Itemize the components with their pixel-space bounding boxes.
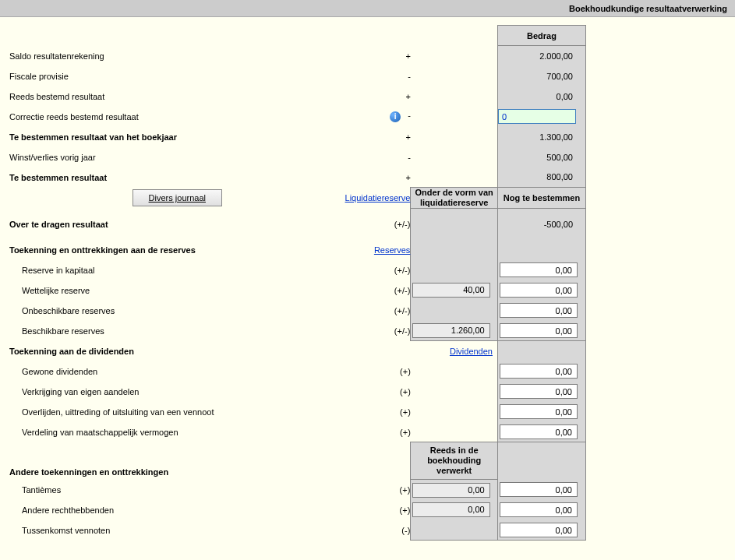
row-fiscale-sign: - [345, 66, 411, 86]
header-nog-bestemmen: Nog te bestemmen [497, 188, 585, 209]
reserve-beschikbare-sign: (+/-) [345, 321, 411, 341]
reserve-onbeschikbare-sign: (+/-) [345, 301, 411, 321]
dividend-verkrijging-input[interactable] [500, 384, 578, 399]
divers-journaal-button[interactable]: Divers journaal [133, 189, 222, 206]
andere-rechth-mid: 0,00 [412, 502, 490, 517]
reserve-wettelijke-mid: 40,00 [412, 283, 490, 298]
section-reserves-label: Toekenning en onttrekkingen aan de reser… [9, 240, 345, 260]
row-over-dragen-label: Over te dragen resultaat [9, 209, 345, 240]
dividend-overlijden-input[interactable] [500, 404, 578, 419]
main-panel: Bedrag Saldo resultatenrekening + 2.000,… [0, 17, 735, 560]
reserve-beschikbare-label: Beschikbare reserves [9, 321, 345, 341]
row-correctie-sign: - [408, 111, 411, 120]
row-te-best-jaar-sign: + [345, 127, 411, 147]
reserve-onbeschikbare-label: Onbeschikbare reserves [9, 301, 345, 321]
header-bedrag: Bedrag [497, 26, 585, 46]
dividend-gewone-label: Gewone dividenden [9, 361, 345, 382]
dividend-gewone-input[interactable] [500, 364, 578, 379]
dividend-verkrijging-label: Verkrijging van eigen aandelen [9, 382, 345, 402]
liquidatiereserve-link[interactable]: Liquidatiereserve [345, 193, 411, 203]
row-correctie-label: Correctie reeds bestemd resultaat [9, 107, 345, 127]
row-fiscale-value: 700,00 [498, 72, 579, 81]
dividenden-link[interactable]: Dividenden [450, 347, 493, 356]
row-winstverlies-label: Winst/verlies vorig jaar [9, 147, 345, 167]
andere-tussenkomst-input[interactable] [500, 523, 578, 537]
header-reeds-verwerkt: Reeds in de boekhouding verwerkt [411, 442, 498, 480]
dividend-verdeling-sign: (+) [345, 422, 411, 442]
row-over-dragen-value: -500,00 [498, 220, 579, 229]
row-saldo-label: Saldo resultatenrekening [9, 46, 345, 66]
row-fiscale-label: Fiscale provisie [9, 66, 345, 86]
andere-tantiemes-label: Tantièmes [9, 480, 345, 500]
titlebar: Boekhoudkundige resultaatverwerking [0, 0, 735, 17]
row-te-best-jaar-label: Te bestemmen resultaat van het boekjaar [9, 127, 345, 147]
dividend-verdeling-label: Verdeling van maatschappelijk vermogen [9, 422, 345, 442]
row-reeds-sign: + [345, 86, 411, 107]
andere-tantiemes-sign: (+) [345, 480, 411, 500]
correctie-input[interactable] [498, 109, 576, 124]
row-saldo-sign: + [345, 46, 411, 66]
row-over-dragen-sign: (+/-) [345, 209, 411, 240]
section-andere-label: Andere toekenningen en onttrekkingen [9, 442, 345, 480]
row-winstverlies-value: 500,00 [498, 153, 579, 162]
section-dividenden-label: Toekenning aan de dividenden [9, 341, 345, 361]
andere-tussenkomst-sign: (-) [345, 520, 411, 541]
reserve-wettelijke-label: Wettelijke reserve [9, 280, 345, 301]
reserve-onbeschikbare-input[interactable] [500, 303, 578, 318]
reserve-wettelijke-sign: (+/-) [345, 280, 411, 301]
andere-tantiemes-input[interactable] [500, 482, 578, 497]
reserves-link[interactable]: Reserves [374, 245, 410, 255]
andere-tussenkomst-label: Tussenkomst vennoten [9, 520, 345, 541]
dividend-verdeling-input[interactable] [500, 424, 578, 439]
andere-rechth-label: Andere rechthebbenden [9, 500, 345, 520]
header-onder-vorm: Onder de vorm van liquidatiereserve [411, 188, 498, 209]
reserve-kapitaal-input[interactable] [500, 262, 578, 277]
dividend-verkrijging-sign: (+) [345, 382, 411, 402]
row-reeds-label: Reeds bestemd resultaat [9, 86, 345, 107]
reserve-beschikbare-mid: 1.260,00 [412, 323, 490, 338]
row-reeds-value: 0,00 [498, 92, 579, 101]
reserve-wettelijke-input[interactable] [500, 283, 578, 298]
row-te-best-label: Te bestemmen resultaat [9, 167, 345, 188]
row-te-best-jaar-value: 1.300,00 [498, 132, 579, 142]
andere-rechth-input[interactable] [500, 502, 578, 517]
reserve-kapitaal-sign: (+/-) [345, 260, 411, 280]
dividend-overlijden-label: Overlijden, uittreding of uitsluiting va… [9, 402, 345, 422]
reserve-beschikbare-input[interactable] [500, 323, 578, 338]
row-te-best-sign: + [345, 167, 411, 188]
row-saldo-value: 2.000,00 [498, 51, 579, 61]
dividend-gewone-sign: (+) [345, 361, 411, 382]
andere-rechth-sign: (+) [345, 500, 411, 520]
reserve-kapitaal-label: Reserve in kapitaal [9, 260, 345, 280]
row-te-best-value: 800,00 [498, 172, 579, 181]
dividend-overlijden-sign: (+) [345, 402, 411, 422]
info-icon[interactable]: i [390, 111, 401, 122]
titlebar-text: Boekhoudkundige resultaatverwerking [569, 4, 727, 13]
row-winstverlies-sign: - [345, 147, 411, 167]
andere-tantiemes-mid: 0,00 [412, 483, 490, 498]
